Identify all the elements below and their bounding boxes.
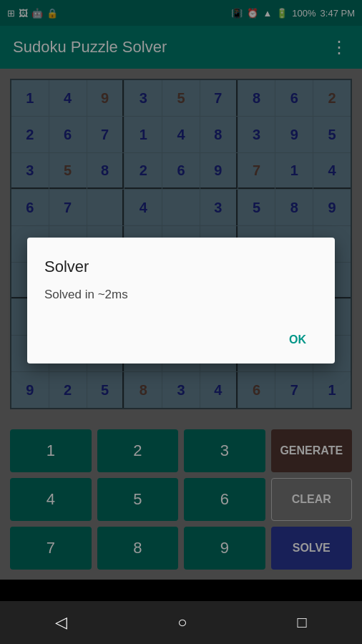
recent-apps-button[interactable]: □ <box>298 613 307 632</box>
dialog-overlay: Solver Solved in ~2ms OK <box>0 0 362 601</box>
dialog-message: Solved in ~2ms <box>44 288 318 302</box>
dialog-ok-button[interactable]: OK <box>278 328 318 352</box>
bottom-nav: ◁ ○ □ <box>0 601 362 644</box>
back-button[interactable]: ◁ <box>55 613 67 632</box>
dialog-actions: OK <box>44 328 318 352</box>
solver-dialog: Solver Solved in ~2ms OK <box>27 238 335 364</box>
home-button[interactable]: ○ <box>177 613 187 632</box>
dialog-title: Solver <box>44 258 318 276</box>
